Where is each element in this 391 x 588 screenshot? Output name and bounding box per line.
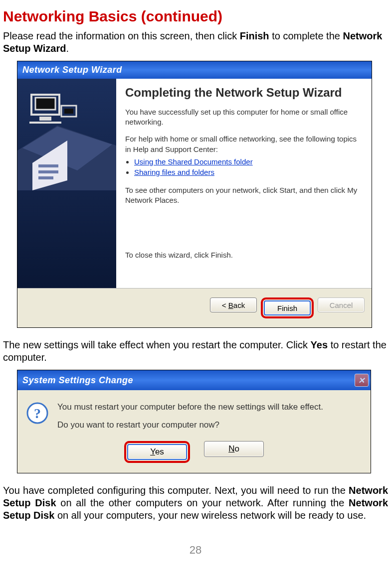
text-bold: Finish [240,30,269,41]
restart-dialog: System Settings Change ✕ ? You must rest… [17,370,371,473]
printer-icon [17,91,116,190]
finish-button-highlight: Finish [261,297,314,318]
restart-line1: You must restart your computer before th… [57,402,323,412]
page-number: 28 [3,544,388,557]
help-link-sharing-files[interactable]: Sharing files and folders [134,168,214,176]
help-link-shared-documents[interactable]: Using the Shared Documents folder [134,157,253,166]
text: on all the other computers on your netwo… [56,497,349,508]
wizard-content: Completing the Network Setup Wizard You … [116,79,372,288]
text: You have completed configuring this comp… [3,485,349,496]
wizard-titlebar: Network Setup Wizard [17,61,372,79]
after-wizard-paragraph: The new settings will take effect when y… [3,339,388,364]
finish-button[interactable]: Finish [264,300,311,315]
intro-paragraph: Please read the information on this scre… [3,30,388,55]
wizard-heading: Completing the Network Setup Wizard [125,86,363,100]
page-title: Networking Basics (continued) [3,8,388,25]
restart-button-row: Yes No [17,436,371,473]
cancel-button: Cancel [318,297,365,312]
restart-titlebar-text: System Settings Change [22,375,133,386]
back-button[interactable]: < Back [210,297,257,312]
yes-button-highlight: Yes [124,441,190,463]
wizard-p3: To see other computers on your network, … [125,185,363,206]
svg-rect-11 [38,176,53,179]
question-icon: ? [26,402,48,424]
wizard-footer: < Back Finish Cancel [17,289,372,327]
text-bold: Yes [311,339,328,350]
restart-message: You must restart your computer before th… [57,402,323,430]
text: The new settings will take effect when y… [3,339,311,350]
restart-line2: Do you want to restart your computer now… [57,420,323,430]
wizard-p4: To close this wizard, click Finish. [125,250,363,260]
text: . [66,43,69,54]
text: on all your computers, your new wireless… [54,510,366,521]
svg-rect-10 [38,170,58,173]
text: to complete the [269,30,343,41]
no-button[interactable]: No [204,441,264,457]
wizard-p1: You have successfully set up this comput… [125,107,363,128]
text: Please read the information on this scre… [3,30,240,41]
close-icon[interactable]: ✕ [355,374,369,387]
help-links-list: Using the Shared Documents folder Sharin… [125,157,363,176]
wizard-sidebar-image [17,79,116,288]
wizard-p2: For help with home or small office netwo… [125,134,363,154]
yes-button[interactable]: Yes [127,444,187,460]
svg-rect-9 [38,164,58,167]
svg-text:?: ? [34,406,41,421]
restart-titlebar: System Settings Change ✕ [17,370,371,390]
final-paragraph: You have completed configuring this comp… [3,484,388,522]
wizard-dialog: Network Setup Wizard [17,61,372,328]
